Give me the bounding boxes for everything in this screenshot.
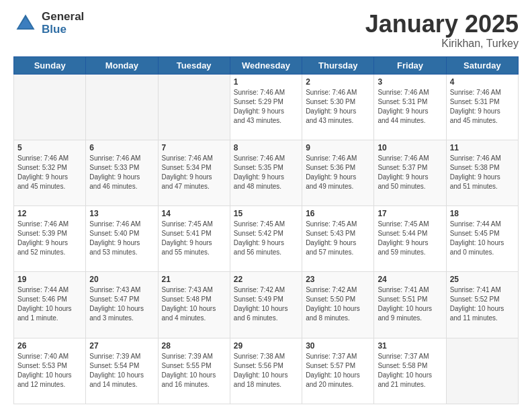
calendar-cell: 14Sunrise: 7:45 AM Sunset: 5:41 PM Dayli… [158,206,230,272]
day-info: Sunrise: 7:46 AM Sunset: 5:32 PM Dayligh… [17,154,82,191]
day-number: 13 [89,209,154,218]
calendar-header-row: SundayMondayTuesdayWednesdayThursdayFrid… [14,56,519,74]
logo-text: General Blue [42,11,84,36]
day-number: 2 [306,77,370,87]
day-number: 28 [162,341,226,351]
day-number: 16 [306,209,370,218]
day-info: Sunrise: 7:40 AM Sunset: 5:53 PM Dayligh… [17,352,82,390]
calendar-cell: 11Sunrise: 7:46 AM Sunset: 5:38 PM Dayli… [446,140,518,205]
day-info: Sunrise: 7:46 AM Sunset: 5:36 PM Dayligh… [306,154,370,191]
calendar-cell: 1Sunrise: 7:46 AM Sunset: 5:29 PM Daylig… [230,74,302,140]
weekday-header: Friday [374,56,446,74]
title-location: Kirikhan, Turkey [365,38,519,50]
day-number: 18 [450,209,515,218]
day-info: Sunrise: 7:46 AM Sunset: 5:31 PM Dayligh… [450,88,515,126]
day-info: Sunrise: 7:38 AM Sunset: 5:56 PM Dayligh… [234,352,298,390]
calendar-cell: 15Sunrise: 7:45 AM Sunset: 5:42 PM Dayli… [230,206,302,272]
day-info: Sunrise: 7:45 AM Sunset: 5:42 PM Dayligh… [234,220,298,257]
day-info: Sunrise: 7:37 AM Sunset: 5:58 PM Dayligh… [378,352,442,390]
calendar-cell: 6Sunrise: 7:46 AM Sunset: 5:33 PM Daylig… [86,140,158,205]
calendar-cell: 3Sunrise: 7:46 AM Sunset: 5:31 PM Daylig… [374,74,446,140]
day-info: Sunrise: 7:45 AM Sunset: 5:43 PM Dayligh… [306,220,370,257]
weekday-header: Sunday [14,56,86,74]
calendar-cell [158,74,230,140]
day-info: Sunrise: 7:41 AM Sunset: 5:52 PM Dayligh… [450,285,515,323]
day-number: 3 [378,77,442,87]
day-info: Sunrise: 7:46 AM Sunset: 5:39 PM Dayligh… [17,220,82,257]
calendar-cell: 16Sunrise: 7:45 AM Sunset: 5:43 PM Dayli… [302,206,374,272]
calendar-cell: 8Sunrise: 7:46 AM Sunset: 5:35 PM Daylig… [230,140,302,205]
day-number: 6 [89,143,154,152]
day-number: 26 [17,341,82,351]
calendar-week-row: 26Sunrise: 7:40 AM Sunset: 5:53 PM Dayli… [14,338,519,404]
calendar-cell: 9Sunrise: 7:46 AM Sunset: 5:36 PM Daylig… [302,140,374,205]
day-number: 27 [89,341,154,351]
day-info: Sunrise: 7:37 AM Sunset: 5:57 PM Dayligh… [306,352,370,390]
weekday-header: Saturday [446,56,518,74]
calendar-cell: 2Sunrise: 7:46 AM Sunset: 5:30 PM Daylig… [302,74,374,140]
calendar-table: SundayMondayTuesdayWednesdayThursdayFrid… [13,56,519,404]
logo-general: General [42,11,84,24]
day-info: Sunrise: 7:45 AM Sunset: 5:44 PM Dayligh… [378,220,442,257]
calendar-week-row: 1Sunrise: 7:46 AM Sunset: 5:29 PM Daylig… [14,74,519,140]
day-number: 5 [17,143,82,152]
calendar-week-row: 5Sunrise: 7:46 AM Sunset: 5:32 PM Daylig… [14,140,519,205]
day-number: 12 [17,209,82,218]
calendar-cell: 26Sunrise: 7:40 AM Sunset: 5:53 PM Dayli… [14,338,86,404]
calendar-cell [14,74,86,140]
calendar-cell: 18Sunrise: 7:44 AM Sunset: 5:45 PM Dayli… [446,206,518,272]
day-number: 30 [306,341,370,351]
header: General Blue January 2025 Kirikhan, Turk… [13,11,519,50]
weekday-header: Monday [86,56,158,74]
day-number: 4 [450,77,515,87]
logo-blue: Blue [42,24,84,36]
day-number: 25 [450,275,515,284]
day-number: 21 [162,275,226,284]
calendar-cell: 27Sunrise: 7:39 AM Sunset: 5:54 PM Dayli… [86,338,158,404]
weekday-header: Wednesday [230,56,302,74]
day-number: 20 [89,275,154,284]
calendar-cell: 30Sunrise: 7:37 AM Sunset: 5:57 PM Dayli… [302,338,374,404]
day-info: Sunrise: 7:46 AM Sunset: 5:40 PM Dayligh… [89,220,154,257]
calendar-cell: 7Sunrise: 7:46 AM Sunset: 5:34 PM Daylig… [158,140,230,205]
calendar-cell: 25Sunrise: 7:41 AM Sunset: 5:52 PM Dayli… [446,272,518,338]
day-info: Sunrise: 7:46 AM Sunset: 5:34 PM Dayligh… [162,154,226,191]
calendar-cell [446,338,518,404]
day-info: Sunrise: 7:44 AM Sunset: 5:46 PM Dayligh… [17,285,82,323]
day-number: 17 [378,209,442,218]
day-number: 1 [234,77,298,87]
day-info: Sunrise: 7:45 AM Sunset: 5:41 PM Dayligh… [162,220,226,257]
calendar-cell: 28Sunrise: 7:39 AM Sunset: 5:55 PM Dayli… [158,338,230,404]
day-info: Sunrise: 7:42 AM Sunset: 5:49 PM Dayligh… [234,285,298,323]
day-info: Sunrise: 7:46 AM Sunset: 5:33 PM Dayligh… [89,154,154,191]
calendar-cell: 10Sunrise: 7:46 AM Sunset: 5:37 PM Dayli… [374,140,446,205]
day-number: 24 [378,275,442,284]
day-number: 19 [17,275,82,284]
day-number: 29 [234,341,298,351]
day-info: Sunrise: 7:43 AM Sunset: 5:47 PM Dayligh… [89,285,154,323]
logo: General Blue [13,11,84,36]
page: General Blue January 2025 Kirikhan, Turk… [0,0,532,411]
day-number: 10 [378,143,442,152]
calendar-cell: 13Sunrise: 7:46 AM Sunset: 5:40 PM Dayli… [86,206,158,272]
logo-icon [13,11,38,36]
calendar-cell [86,74,158,140]
title-block: January 2025 Kirikhan, Turkey [365,11,519,50]
day-info: Sunrise: 7:46 AM Sunset: 5:31 PM Dayligh… [378,88,442,126]
weekday-header: Tuesday [158,56,230,74]
calendar-cell: 31Sunrise: 7:37 AM Sunset: 5:58 PM Dayli… [374,338,446,404]
day-info: Sunrise: 7:39 AM Sunset: 5:55 PM Dayligh… [162,352,226,390]
day-number: 7 [162,143,226,152]
day-info: Sunrise: 7:46 AM Sunset: 5:37 PM Dayligh… [378,154,442,191]
calendar-cell: 21Sunrise: 7:43 AM Sunset: 5:48 PM Dayli… [158,272,230,338]
day-number: 9 [306,143,370,152]
day-number: 23 [306,275,370,284]
day-info: Sunrise: 7:46 AM Sunset: 5:38 PM Dayligh… [450,154,515,191]
day-number: 11 [450,143,515,152]
day-info: Sunrise: 7:46 AM Sunset: 5:35 PM Dayligh… [234,154,298,191]
calendar-cell: 23Sunrise: 7:42 AM Sunset: 5:50 PM Dayli… [302,272,374,338]
day-number: 22 [234,275,298,284]
calendar-cell: 17Sunrise: 7:45 AM Sunset: 5:44 PM Dayli… [374,206,446,272]
calendar-cell: 29Sunrise: 7:38 AM Sunset: 5:56 PM Dayli… [230,338,302,404]
day-info: Sunrise: 7:46 AM Sunset: 5:29 PM Dayligh… [234,88,298,126]
